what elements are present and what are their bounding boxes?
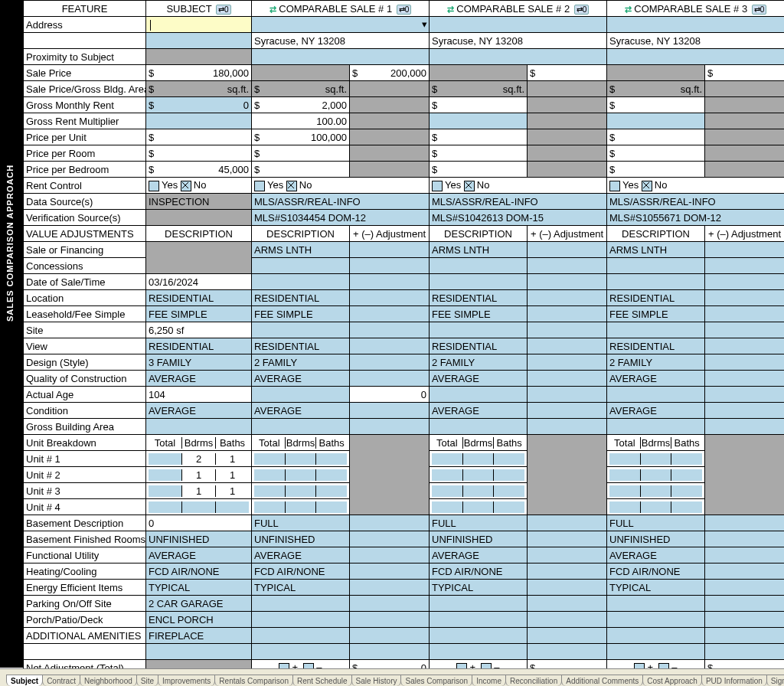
ppr-c1[interactable]: $ <box>252 145 350 162</box>
vs-c1[interactable]: MLS#S1034454 DOM-12 <box>252 210 430 226</box>
tab-signatures[interactable]: Signatures <box>766 675 784 686</box>
badge-icon[interactable]: ⇄0 <box>216 5 231 15</box>
sfc-c3-desc[interactable]: ARMS LNTH <box>607 242 705 258</box>
gmr-c2[interactable]: $ <box>430 97 528 113</box>
link-icon[interactable]: ⇄ <box>270 5 276 14</box>
ds-c3[interactable]: MLS/ASSR/REAL-INFO <box>607 194 785 210</box>
link-icon[interactable]: ⇄ <box>625 5 632 14</box>
badge-icon[interactable]: ⇄0 <box>397 5 412 15</box>
vs-c3[interactable]: MLS#S1055671 DOM-12 <box>607 210 785 226</box>
row-age: Actual Age <box>24 387 146 403</box>
link-icon[interactable]: ⇄ <box>447 5 454 14</box>
tab-subject[interactable]: Subject <box>6 675 43 686</box>
grm-c3[interactable] <box>607 113 705 129</box>
row-data-source: Data Source(s) <box>24 194 146 210</box>
input-address-c2[interactable] <box>430 17 607 33</box>
tab-contract[interactable]: Contract <box>42 675 80 686</box>
ppr-c2[interactable]: $ <box>430 145 528 162</box>
tab-reconciliation[interactable]: Reconciliation <box>505 675 562 686</box>
sfc-c1-desc[interactable]: ARMS LNTH <box>252 242 350 258</box>
tab-improvements[interactable]: Improvements <box>158 675 215 686</box>
tab-cost-approach[interactable]: Cost Approach <box>642 675 702 686</box>
input-address-c1[interactable]: ▾ <box>252 17 430 33</box>
ppr-subject[interactable]: $ <box>146 145 252 162</box>
input-city-subject[interactable] <box>146 33 252 49</box>
checkbox-icon[interactable] <box>432 181 443 191</box>
ppb-c2[interactable]: $ <box>430 162 528 178</box>
tab-income[interactable]: Income <box>472 675 506 686</box>
row-fu: Functional Utility <box>24 547 146 564</box>
checkbox-icon[interactable] <box>149 181 159 191</box>
ds-c1[interactable]: MLS/ASSR/REAL-INFO <box>252 194 430 210</box>
input-address-subject[interactable] <box>146 17 252 33</box>
tab-sale-history[interactable]: Sale History <box>351 675 402 686</box>
ppb-c1[interactable]: $ <box>252 162 350 178</box>
checkbox-x-icon[interactable] <box>286 181 297 191</box>
input-prox-c3[interactable] <box>607 49 785 65</box>
gmr-subject[interactable]: $0 <box>146 97 252 113</box>
col-comp1: ⇄ COMPARABLE SALE # 1 ⇄0 <box>252 1 430 17</box>
row-value-adj: VALUE ADJUSTMENTS <box>24 226 146 242</box>
checkbox-icon[interactable] <box>609 181 620 191</box>
rc-c1[interactable]: Yes No <box>252 178 430 194</box>
sfc-c2-adj[interactable] <box>528 242 607 258</box>
ppb-subject[interactable]: $45,000 <box>146 162 252 178</box>
rc-c2[interactable]: Yes No <box>430 178 607 194</box>
sale-price-c2[interactable]: $ <box>528 65 607 81</box>
sale-price-c3[interactable]: $ <box>705 65 785 81</box>
sale-price-c1[interactable]: $200,000 <box>350 65 430 81</box>
tab-sales-comparison[interactable]: Sales Comparison <box>400 675 472 686</box>
ppr-c3[interactable]: $ <box>607 145 705 162</box>
input-prox-c2[interactable] <box>430 49 607 65</box>
city-c3[interactable]: Syracuse, NY 13208 <box>607 33 785 49</box>
tab-rentals-comparison[interactable]: Rentals Comparison <box>214 675 293 686</box>
city-c2[interactable]: Syracuse, NY 13208 <box>430 33 607 49</box>
rc-c3[interactable]: Yes No <box>607 178 785 194</box>
ppu-c3[interactable]: $ <box>607 129 705 145</box>
row-view: View <box>24 338 146 354</box>
gmr-c3[interactable]: $ <box>607 97 705 113</box>
appraisal-grid: FEATURE SUBJECT ⇄0 ⇄ COMPARABLE SALE # 1… <box>23 0 784 676</box>
row-sp-area: Sale Price/Gross Bldg. Area <box>24 81 146 97</box>
ds-subject: INSPECTION <box>146 194 252 210</box>
city-c1[interactable]: Syracuse, NY 13208 <box>252 33 430 49</box>
dot-subject[interactable]: 03/16/2024 <box>146 274 252 290</box>
gmr-c1[interactable]: $2,000 <box>252 97 350 113</box>
sfc-c3-adj[interactable] <box>705 242 785 258</box>
ppb-c3[interactable]: $ <box>607 162 705 178</box>
grm-subject[interactable] <box>146 113 252 129</box>
checkbox-x-icon[interactable] <box>464 181 475 191</box>
checkbox-x-icon[interactable] <box>642 181 652 191</box>
tab-additional-comments[interactable]: Additional Comments <box>561 675 643 686</box>
checkbox-icon[interactable] <box>254 181 265 191</box>
row-eei: Energy Efficient Items <box>24 580 146 596</box>
row-design: Design (Style) <box>24 354 146 371</box>
row-gba: Gross Building Area <box>24 419 146 435</box>
ppu-c1[interactable]: $100,000 <box>252 129 350 145</box>
vs-c2[interactable]: MLS#S1042613 DOM-15 <box>430 210 607 226</box>
tab-neighborhood[interactable]: Neighborhood <box>80 675 137 686</box>
input-address-c3[interactable] <box>607 17 785 33</box>
badge-icon[interactable]: ⇄0 <box>574 5 590 15</box>
row-sfc: Sale or Financing <box>24 242 146 258</box>
checkbox-x-icon[interactable] <box>181 181 191 191</box>
tab-site[interactable]: Site <box>136 675 158 686</box>
ppu-c2[interactable]: $ <box>430 129 528 145</box>
col-comp3: ⇄ COMPARABLE SALE # 3 ⇄0 <box>607 1 785 17</box>
grm-c2[interactable] <box>430 113 528 129</box>
sfc-c2-desc[interactable]: ARMS LNTH <box>430 242 528 258</box>
tab-rent-schedule[interactable]: Rent Schedule <box>292 675 352 686</box>
input-prox-c1[interactable] <box>252 49 430 65</box>
tab-pud-information[interactable]: PUD Information <box>701 675 767 686</box>
sale-price-subject[interactable]: $180,000 <box>146 65 252 81</box>
ppu-subject[interactable]: $ <box>146 129 252 145</box>
grm-c1[interactable]: 100.00 <box>252 113 350 129</box>
row-condition: Condition <box>24 403 146 419</box>
row-unit4: Unit # 4 <box>24 499 146 515</box>
badge-icon[interactable]: ⇄0 <box>752 5 767 15</box>
rc-subject[interactable]: Yes No <box>146 178 252 194</box>
row-ppb: Price per Bedroom <box>24 162 146 178</box>
ds-c2[interactable]: MLS/ASSR/REAL-INFO <box>430 194 607 210</box>
sp-area-subject: $sq.ft. <box>146 81 252 97</box>
sfc-c1-adj[interactable] <box>350 242 430 258</box>
